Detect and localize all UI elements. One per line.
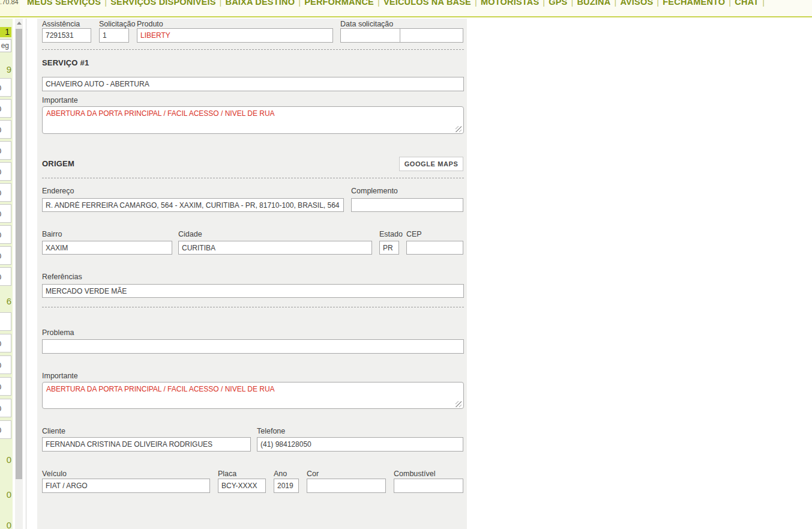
clipped-digit: 0 bbox=[0, 83, 8, 92]
clipped-list-item[interactable]: 0 bbox=[0, 334, 11, 352]
cidade-label: Cidade bbox=[178, 230, 202, 238]
resize-grip-icon[interactable] bbox=[456, 401, 462, 407]
clipped-digit: 0 bbox=[0, 361, 8, 370]
list-count: 0 bbox=[7, 520, 11, 529]
clipped-list-item[interactable]: 0 bbox=[0, 120, 11, 139]
produto-field[interactable] bbox=[137, 28, 333, 43]
cidade-field[interactable] bbox=[178, 241, 372, 255]
list-count: 0 bbox=[7, 455, 11, 465]
nav-separator: | bbox=[216, 0, 226, 7]
clipped-list-item[interactable]: 0 bbox=[0, 225, 11, 244]
clipped-digit: 0 bbox=[0, 125, 8, 135]
nav-separator: | bbox=[725, 0, 735, 7]
left-panel-scrollbar[interactable] bbox=[15, 19, 23, 529]
bairro-field[interactable] bbox=[42, 241, 172, 255]
veiculo-label: Veículo bbox=[42, 470, 67, 478]
scroll-up-arrow-icon bbox=[17, 22, 22, 25]
clipped-list-item[interactable]: 0 bbox=[0, 420, 11, 439]
clipped-list-item[interactable]: 0 bbox=[0, 78, 11, 97]
problema-label: Problema bbox=[42, 328, 74, 337]
telefone-label: Telefone bbox=[257, 427, 285, 435]
importante1-textarea[interactable]: ABERTURA DA PORTA PRINCIPAL / FACIL ACES… bbox=[42, 106, 464, 134]
nav-item-meus-servicos[interactable]: MEUS SERVIÇOS bbox=[27, 0, 101, 7]
assistencia-label: Assistência bbox=[42, 20, 80, 28]
servico-field[interactable] bbox=[42, 77, 464, 91]
assistencia-field[interactable] bbox=[42, 28, 91, 43]
section-divider bbox=[42, 307, 464, 307]
google-maps-button[interactable]: GOOGLE MAPS bbox=[399, 157, 463, 171]
list-count: 6 bbox=[7, 296, 11, 306]
solicitacao-label: Solicitação bbox=[99, 20, 135, 28]
clipped-list-item[interactable]: 0 bbox=[0, 399, 11, 417]
placa-field[interactable] bbox=[218, 479, 266, 493]
cliente-label: Cliente bbox=[42, 427, 65, 435]
nav-item-baixa-destino[interactable]: BAIXA DESTINO bbox=[226, 0, 295, 7]
nav-item-buzina[interactable]: BUZINA bbox=[577, 0, 610, 7]
servico-heading: SERVIÇO #1 bbox=[42, 58, 89, 67]
nav-item-chat[interactable]: CHAT bbox=[735, 0, 759, 7]
combustivel-field[interactable] bbox=[394, 479, 463, 493]
nav-separator: | bbox=[653, 0, 663, 7]
nav-separator: | bbox=[539, 0, 549, 7]
estado-field[interactable] bbox=[379, 241, 399, 255]
importante2-label: Importante bbox=[42, 372, 78, 380]
clipped-digit: 0 bbox=[0, 210, 8, 219]
cliente-field[interactable] bbox=[42, 437, 251, 452]
cor-label: Cor bbox=[307, 470, 319, 478]
data-solicitacao-label: Data solicitação bbox=[340, 20, 393, 28]
clipped-digit: 0 bbox=[0, 189, 8, 198]
clipped-list-item[interactable]: 0 bbox=[0, 246, 11, 265]
nav-item-avisos[interactable]: AVISOS bbox=[620, 0, 653, 7]
clipped-list-item[interactable]: 0 bbox=[0, 99, 11, 118]
clipped-list-item[interactable]: 0 bbox=[0, 162, 11, 181]
endereco-field[interactable] bbox=[42, 198, 344, 212]
veiculo-field[interactable] bbox=[42, 479, 210, 493]
scroll-up-button[interactable] bbox=[15, 19, 23, 28]
referencias-field[interactable] bbox=[42, 284, 464, 298]
referencias-label: Referências bbox=[42, 273, 82, 281]
clipped-digit: 0 bbox=[0, 104, 8, 113]
clipped-digit: 0 bbox=[0, 426, 8, 435]
panel-divider bbox=[26, 19, 26, 529]
clipped-digit: 0 bbox=[0, 382, 8, 391]
clipped-digit: 0 bbox=[0, 168, 8, 177]
nav-item-fechamento[interactable]: FECHAMENTO bbox=[663, 0, 725, 7]
clipped-digit: 0 bbox=[0, 231, 8, 240]
resize-grip-icon[interactable] bbox=[456, 126, 462, 132]
clipped-list-item[interactable]: 0 bbox=[0, 355, 11, 374]
clipped-button[interactable]: eg bbox=[0, 39, 11, 52]
problema-field[interactable] bbox=[42, 339, 464, 354]
endereco-label: Endereço bbox=[42, 187, 74, 195]
clipped-list-item[interactable]: 0 bbox=[0, 183, 11, 202]
clipped-list-item[interactable]: 0 bbox=[0, 377, 11, 396]
service-form-panel: Assistência Solicitação Produto Data sol… bbox=[37, 19, 467, 529]
data-solicitacao-date-field[interactable] bbox=[340, 28, 400, 43]
cep-label: CEP bbox=[406, 230, 422, 238]
solicitacao-field[interactable] bbox=[99, 28, 129, 43]
clipped-digit: 0 bbox=[0, 404, 8, 413]
cor-field[interactable] bbox=[307, 479, 386, 493]
cep-field[interactable] bbox=[406, 241, 463, 255]
app-screen: MEUS SERVIÇOS|SERVIÇOS DISPONÍVEIS|BAIXA… bbox=[0, 0, 812, 529]
clipped-list-item[interactable]: 0 bbox=[0, 141, 11, 160]
nav-item-motoristas[interactable]: MOTORISTAS bbox=[481, 0, 539, 7]
version-corner: 0.70.84 bbox=[0, 0, 20, 17]
complemento-field[interactable] bbox=[351, 198, 463, 212]
count-badge: 1 bbox=[0, 27, 11, 37]
nav-item-veiculos-na-base[interactable]: VEÍCULOS NA BASE bbox=[383, 0, 471, 7]
telefone-field[interactable] bbox=[257, 437, 463, 452]
nav-item-servicos-disponiveis[interactable]: SERVIÇOS DISPONÍVEIS bbox=[110, 0, 215, 7]
nav-item-gps[interactable]: GPS bbox=[549, 0, 567, 7]
scrollbar-thumb[interactable] bbox=[16, 29, 22, 479]
nav-separator: | bbox=[471, 0, 481, 7]
left-clipped-panel: 1 eg 9 0 0 0 0 0 0 0 0 0 0 6 0 0 0 0 0 0… bbox=[0, 19, 13, 529]
clipped-list-item[interactable] bbox=[0, 312, 11, 331]
data-solicitacao-time-field[interactable] bbox=[400, 28, 463, 43]
nav-item-performance[interactable]: PERFORMANCE bbox=[304, 0, 374, 7]
complemento-label: Complemento bbox=[351, 187, 398, 195]
importante1-label: Importante bbox=[42, 96, 78, 104]
clipped-list-item[interactable]: 0 bbox=[0, 204, 11, 223]
ano-field[interactable] bbox=[274, 479, 299, 493]
clipped-list-item[interactable]: 0 bbox=[0, 267, 11, 286]
importante2-textarea[interactable]: ABERTURA DA PORTA PRINCIPAL / FACIL ACES… bbox=[42, 382, 464, 409]
